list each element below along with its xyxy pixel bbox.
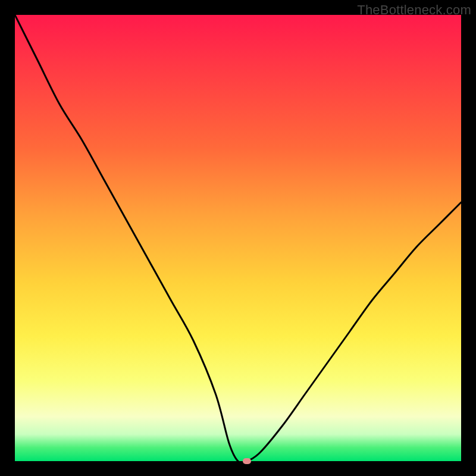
plot-area: [15, 15, 461, 461]
chart-frame: TheBottleneck.com: [0, 0, 476, 476]
minimum-marker: [243, 458, 251, 464]
watermark-text: TheBottleneck.com: [357, 2, 471, 18]
bottleneck-curve: [15, 15, 461, 461]
